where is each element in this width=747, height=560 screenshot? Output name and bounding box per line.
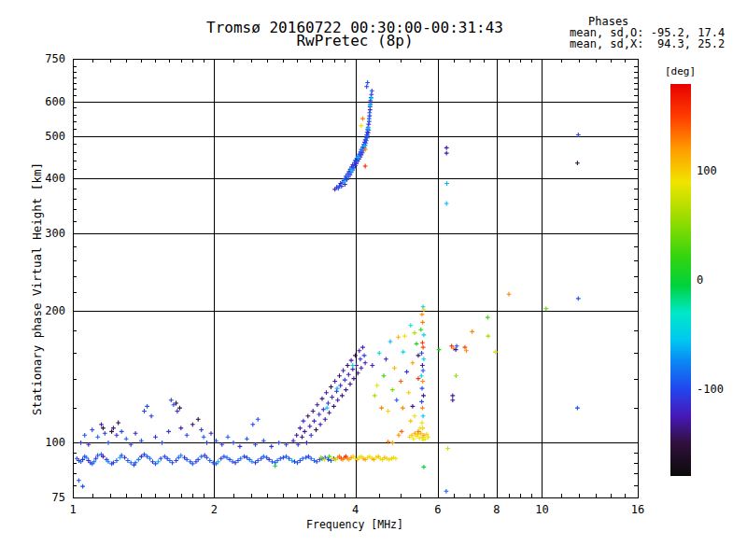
scatter-point xyxy=(390,387,395,392)
scatter-point xyxy=(421,369,426,373)
scatter-point xyxy=(166,429,171,434)
scatter-point xyxy=(335,386,340,391)
scatter-point xyxy=(421,413,426,418)
scatter-point xyxy=(332,379,337,384)
scatter-point xyxy=(421,394,426,399)
scatter-point xyxy=(261,439,266,443)
scatter-point xyxy=(326,401,331,406)
scatter-point xyxy=(178,426,183,430)
scatter-point xyxy=(386,409,390,413)
scatter-point xyxy=(300,435,304,440)
scatter-point xyxy=(394,456,399,461)
scatter-point xyxy=(346,372,351,377)
scatter-point xyxy=(298,426,303,430)
scatter-point xyxy=(190,422,195,427)
scatter-point xyxy=(317,413,321,417)
x-tick-label: 2 xyxy=(193,504,234,515)
scatter-point xyxy=(365,80,370,85)
scatter-point xyxy=(116,421,120,426)
scatter-point xyxy=(270,459,275,464)
scatter-point xyxy=(176,409,180,413)
scatter-point xyxy=(309,433,314,438)
scatter-point xyxy=(134,431,138,436)
scatter-point xyxy=(377,351,382,356)
scatter-point xyxy=(420,363,425,368)
scatter-point xyxy=(420,406,425,411)
scatter-point xyxy=(126,458,131,463)
scatter-point xyxy=(408,419,413,424)
scatter-point xyxy=(231,459,235,464)
scatter-point xyxy=(420,421,425,426)
scatter-point xyxy=(196,417,201,422)
scatter-point xyxy=(142,409,147,413)
scatter-point xyxy=(159,456,163,461)
y-tick-label: 100 xyxy=(9,437,65,448)
scatter-point xyxy=(350,363,355,368)
colorbar-tick-label: 100 xyxy=(697,165,743,176)
scatter-point xyxy=(160,441,164,445)
scatter-point xyxy=(312,419,317,424)
scatter-point xyxy=(324,390,329,395)
scatter-point xyxy=(411,360,416,365)
scatter-point xyxy=(411,404,416,409)
scatter-point xyxy=(357,348,361,353)
scatter-point xyxy=(363,164,368,169)
scatter-point xyxy=(543,306,548,311)
scatter-point xyxy=(392,366,397,371)
scatter-point xyxy=(359,357,363,361)
scatter-point xyxy=(77,478,81,483)
scatter-point xyxy=(233,460,238,465)
scatter-point xyxy=(384,357,388,361)
scatter-point xyxy=(78,441,83,445)
scatter-point xyxy=(323,417,328,422)
x-tick-label: 1 xyxy=(52,504,93,515)
scatter-point xyxy=(486,334,490,339)
scatter-point xyxy=(226,435,231,440)
scatter-plot-canvas xyxy=(0,0,747,560)
scatter-point xyxy=(437,347,442,352)
scatter-point xyxy=(136,457,141,462)
scatter-point xyxy=(444,146,449,150)
scatter-point xyxy=(269,444,274,449)
scatter-point xyxy=(311,409,316,413)
scatter-point xyxy=(204,441,209,445)
scatter-point xyxy=(388,340,393,344)
x-tick-label: 8 xyxy=(476,504,517,515)
scatter-point xyxy=(575,406,580,411)
scatter-point xyxy=(349,358,354,363)
scatter-point xyxy=(350,367,355,371)
scatter-point xyxy=(576,297,581,301)
scatter-point xyxy=(185,433,190,438)
scatter-point xyxy=(422,357,427,361)
scatter-point xyxy=(273,464,277,469)
scatter-point xyxy=(396,335,401,340)
scatter-point xyxy=(420,386,425,391)
scatter-point xyxy=(106,441,111,445)
y-tick-label: 75 xyxy=(9,492,65,503)
scatter-point xyxy=(343,378,347,383)
scatter-point xyxy=(295,460,300,465)
scatter-point xyxy=(353,354,358,358)
scatter-point xyxy=(390,441,395,445)
y-tick-label: 400 xyxy=(9,173,65,184)
scatter-point xyxy=(382,373,387,378)
scatter-point xyxy=(115,433,120,438)
ionogram-screen: Tromsø 20160722 00:30:00-00:31:43 RwPret… xyxy=(0,0,747,560)
scatter-point xyxy=(320,397,325,401)
scatter-point xyxy=(422,333,427,338)
scatter-point xyxy=(340,394,345,399)
scatter-point xyxy=(445,446,450,451)
scatter-point xyxy=(345,363,350,368)
scatter-point xyxy=(331,404,336,409)
scatter-point xyxy=(315,402,319,407)
scatter-point xyxy=(416,376,421,381)
scatter-point xyxy=(80,484,85,489)
scatter-point xyxy=(120,429,124,434)
scatter-point xyxy=(444,489,449,494)
scatter-point xyxy=(207,458,212,463)
scatter-point xyxy=(444,202,449,206)
scatter-point xyxy=(253,460,258,465)
scatter-point xyxy=(174,458,178,463)
scatter-point xyxy=(169,398,174,402)
scatter-point xyxy=(450,394,455,399)
